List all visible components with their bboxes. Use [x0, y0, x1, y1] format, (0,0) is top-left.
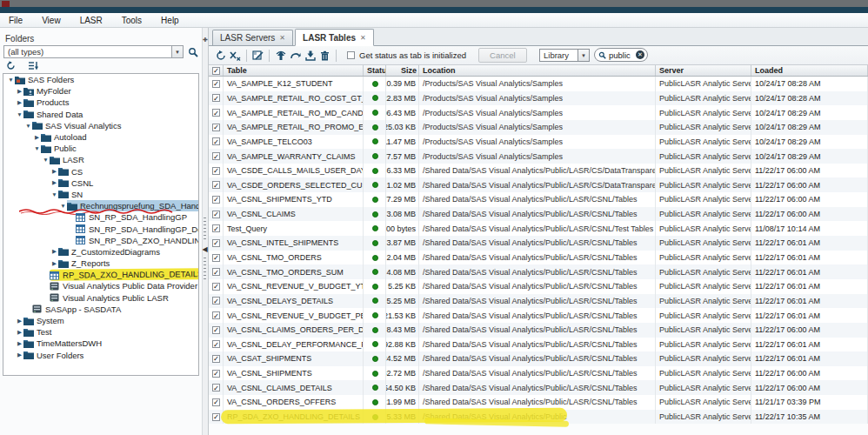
tree-item-csnl[interactable]: ▶CSNL	[3, 177, 198, 189]
table-row[interactable]: ✓VA_CSDE_CALLS_MAILS_USER_DAY6.33 MB/Sha…	[209, 164, 868, 178]
column-header-size[interactable]: Size	[386, 65, 419, 76]
table-row[interactable]: ✓VA_CSNL_CLAIMS_ORDERS_PER_DAY8.43 MB/Sh…	[209, 323, 868, 338]
table-row[interactable]: ✓VA_CSNL_DELAY_PERFORMANCE_PERDAY92.88 K…	[209, 338, 868, 352]
row-checkbox[interactable]: ✓	[212, 137, 220, 145]
cancel-button[interactable]: Cancel	[478, 48, 527, 63]
menu-item-lasr[interactable]: LASR	[80, 16, 103, 25]
table-row[interactable]: ✓VA_CSNL_CLAIMS_DETAILS754.50 KB/Shared …	[209, 380, 868, 395]
folder-search-button[interactable]	[186, 45, 200, 58]
dock-handle-icon[interactable]: ✚	[202, 37, 209, 44]
row-checkbox[interactable]: ✓	[212, 398, 220, 406]
table-row[interactable]: ✓VA_CSNL_REVENUE_V_BUDGET_PERWEEK21.53 K…	[209, 308, 868, 323]
tree-item-sasapp-sasdata[interactable]: SASApp - SASDATA	[3, 304, 198, 315]
table-row[interactable]: ✓Test_Query432.00 bytes/Shared Data/SAS …	[209, 221, 868, 236]
table-row[interactable]: ✓VA_CSNL_DELAYS_DETAILS5.25 MB/Shared Da…	[209, 294, 868, 309]
twisty-expanded-icon[interactable]: ▼	[50, 191, 58, 197]
row-checkbox[interactable]: ✓	[212, 152, 220, 160]
twisty-expanded-icon[interactable]: ▼	[16, 111, 23, 117]
twisty-collapsed-icon[interactable]: ▶	[50, 260, 58, 267]
reload-table-button[interactable]	[288, 49, 303, 63]
row-checkbox[interactable]: ✓	[212, 370, 220, 378]
tree-item-cs[interactable]: ▶CS	[3, 166, 198, 177]
twisty-collapsed-icon[interactable]: ▶	[50, 179, 58, 186]
tree-item-shared-data[interactable]: ▼Shared Data	[3, 109, 198, 120]
tree-item-sas-folders[interactable]: ▼SAS Folders	[3, 74, 198, 85]
table-filter-value[interactable]: public	[609, 50, 633, 60]
table-row[interactable]: ✓VA_SAMPLE_RETAIL_RO_PROMO_EFFCTV125.03 …	[209, 120, 868, 135]
row-checkbox[interactable]: ✓	[212, 167, 220, 175]
type-filter-dropdown[interactable]: (all types) ▼	[3, 45, 184, 58]
column-header-location[interactable]: Location	[419, 65, 656, 76]
twisty-collapsed-icon[interactable]: ▶	[16, 329, 23, 336]
tab-lasr-tables[interactable]: LASR Tables ✕	[295, 29, 374, 46]
table-row[interactable]: ✓VA_CSNL_SHIPMENTS_YTD77.29 MB/Shared Da…	[209, 192, 868, 207]
twisty-collapsed-icon[interactable]: ▶	[16, 351, 23, 358]
table-row[interactable]: ✓RP_SDA_ZXO_HANDLING_DETAILS5.33 MB/Shar…	[209, 410, 868, 425]
row-checkbox[interactable]: ✓	[212, 340, 220, 348]
tree-item-user-folders[interactable]: ▶User Folders	[3, 350, 198, 361]
table-row[interactable]: ✓VA_SAMPLE_K12_STUDENT10.39 MB/Products/…	[209, 77, 868, 91]
tree-item-visual-analytics-public-data-provider[interactable]: Visual Analytics Public Data Provider	[3, 280, 198, 291]
twisty-collapsed-icon[interactable]: ▶	[50, 168, 58, 175]
menu-item-view[interactable]: View	[42, 16, 61, 25]
menu-item-help[interactable]: Help	[161, 16, 179, 25]
twisty-collapsed-icon[interactable]: ▶	[16, 318, 23, 325]
twisty-expanded-icon[interactable]: ▼	[24, 123, 32, 129]
row-checkbox[interactable]: ✓	[212, 224, 220, 232]
row-checkbox[interactable]: ✓	[212, 80, 220, 88]
table-row[interactable]: ✓VA_CSNL_TMO_ORDERS_SUM4.08 MB/Shared Da…	[209, 264, 868, 279]
table-row[interactable]: ✓VA_CSNL_SHIPMENTS82.72 MB/Shared Data/S…	[209, 366, 868, 381]
tree-item-system[interactable]: ▶System	[3, 315, 198, 326]
row-checkbox[interactable]: ✓	[212, 268, 220, 276]
tree-item-lasr[interactable]: ▼LASR	[3, 154, 198, 165]
library-dropdown[interactable]: Library ▼	[539, 49, 590, 62]
table-row[interactable]: ✓VA_SAMPLE_WARRANTY_CLAIMS277.57 MB/Prod…	[209, 149, 868, 164]
tree-item-visual-analytics-public-lasr[interactable]: Visual Analytics Public LASR	[3, 292, 198, 304]
table-row[interactable]: ✓VA_SAMPLE_TELCO03211.47 MB/Products/SAS…	[209, 135, 868, 150]
tree-item-test[interactable]: ▶Test	[3, 326, 198, 338]
column-header-server[interactable]: Server	[656, 65, 751, 76]
row-checkbox[interactable]: ✓	[212, 239, 220, 247]
unload-table-button[interactable]	[317, 49, 332, 63]
tree-item-sn-rp-sda-handlinggp-detail[interactable]: SN_RP_SDA_HandlingGP_Detail	[3, 223, 198, 234]
twisty-expanded-icon[interactable]: ▼	[59, 203, 67, 209]
row-checkbox[interactable]: ✓	[212, 196, 220, 204]
tree-item-sn-rp-sda-zxo-handling-detail[interactable]: SN_RP_SDA_ZXO_HANDLING_DETAIL	[3, 235, 198, 246]
table-row[interactable]: ✓VA_CSNL_CLAIMS3.08 MB/Shared Data/SAS V…	[209, 207, 868, 222]
column-header-status[interactable]: Status	[364, 65, 386, 76]
table-row[interactable]: ✓VA_CSNL_INTEL_SHIPMENTS3.87 MB/Shared D…	[209, 236, 868, 251]
twisty-collapsed-icon[interactable]: ▶	[50, 248, 58, 255]
row-checkbox[interactable]: ✓	[212, 355, 220, 363]
chevron-down-icon[interactable]: ▼	[578, 50, 589, 61]
table-row[interactable]: ✓VA_CSNL_ORDERS_OFFERS21.99 MB/Shared Da…	[209, 395, 868, 410]
tree-item-rechnungspruefung-sda-handling[interactable]: ▼Rechnungspruefung_SDA_Handling	[3, 200, 198, 211]
tree-item-products[interactable]: ▶Products	[3, 97, 198, 108]
row-checkbox[interactable]: ✓	[212, 311, 220, 319]
twisty-collapsed-icon[interactable]: ▶	[16, 340, 23, 347]
close-icon[interactable]: ✕	[279, 34, 285, 42]
row-checkbox[interactable]: ✓	[212, 181, 220, 189]
row-checkbox[interactable]: ✓	[212, 297, 220, 304]
tab-lasr-servers[interactable]: LASR Servers ✕	[212, 30, 293, 45]
table-row[interactable]: ✓VA_CSNL_REVENUE_V_BUDGET_YTD5.25 KB/Sha…	[209, 279, 868, 294]
tree-item-public[interactable]: ▼Public	[3, 143, 198, 154]
tree-item-z-customizeddiagrams[interactable]: ▶Z_CustomizedDiagrams	[3, 246, 198, 258]
column-header-loaded[interactable]: Loaded	[751, 65, 868, 76]
tree-item-z-reports[interactable]: ▶Z_Reports	[3, 258, 198, 269]
select-tables-button[interactable]	[250, 49, 265, 63]
chevron-down-icon[interactable]: ▼	[171, 46, 183, 57]
table-row[interactable]: ✓VA_CSAT_SHIPMENTS24.52 MB/Shared Data/S…	[209, 351, 868, 366]
twisty-expanded-icon[interactable]: ▼	[7, 77, 15, 83]
tree-item-sas-visual-analytics[interactable]: ▼SAS Visual Analytics	[3, 120, 198, 131]
clear-filter-icon[interactable]: ✕	[636, 50, 644, 59]
load-table-button[interactable]	[273, 49, 288, 63]
row-checkbox[interactable]: ✓	[212, 254, 220, 262]
save-table-button[interactable]	[303, 49, 317, 63]
tree-item-rp-sda-zxo-handling-details[interactable]: RP_SDA_ZXO_HANDLING_DETAILS	[3, 269, 198, 280]
row-checkbox[interactable]: ✓	[212, 283, 220, 291]
collapse-all-button[interactable]	[25, 59, 40, 73]
tree-item-timemattersdwh[interactable]: ▶TimeMattersDWH	[3, 338, 198, 349]
get-status-checkbox[interactable]	[347, 51, 355, 59]
table-row[interactable]: ✓VA_CSNL_TMO_ORDERS2.04 MB/Shared Data/S…	[209, 251, 868, 265]
column-header-table[interactable]: Table	[224, 65, 364, 76]
